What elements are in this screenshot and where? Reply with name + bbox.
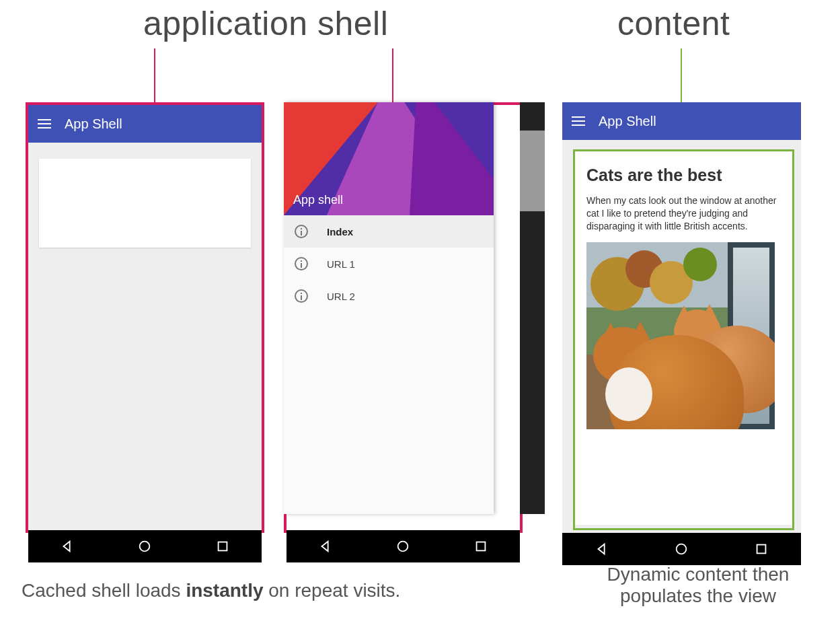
hamburger-icon[interactable] [572, 116, 585, 126]
nav-home-icon[interactable] [395, 539, 410, 554]
svg-rect-5 [757, 545, 765, 554]
drawer-scrim-light [520, 131, 545, 211]
phone-body [28, 143, 262, 530]
svg-point-2 [398, 542, 408, 552]
android-nav-bar [562, 533, 801, 565]
phone-shell-empty: App Shell [26, 102, 264, 533]
connector-shell-left [154, 48, 155, 105]
app-bar: App Shell [28, 105, 262, 143]
app-bar-title: App Shell [599, 114, 656, 129]
nav-recents-icon[interactable] [473, 539, 488, 554]
android-nav-bar [287, 530, 520, 562]
phone-shell-drawer: App shell Index URL 1 URL 2 [284, 102, 523, 533]
svg-point-0 [140, 542, 150, 552]
label-content: content [617, 4, 730, 43]
drawer-item-url2[interactable]: URL 2 [284, 280, 494, 312]
nav-back-icon[interactable] [318, 539, 333, 554]
nav-back-icon[interactable] [60, 539, 75, 554]
caption-shell: Cached shell loads instantly on repeat v… [22, 580, 492, 601]
info-icon [295, 289, 308, 303]
drawer-item-index[interactable]: Index [284, 215, 494, 248]
drawer-item-label: URL 1 [327, 258, 355, 270]
info-icon [295, 225, 308, 238]
app-bar: App Shell [562, 102, 801, 140]
android-nav-bar [28, 530, 262, 562]
phone-content: App Shell Cats are the best When my cats… [562, 102, 801, 533]
hamburger-icon[interactable] [38, 119, 51, 129]
nav-home-icon[interactable] [137, 539, 152, 554]
drawer-item-label: URL 2 [327, 291, 355, 302]
nav-home-icon[interactable] [674, 542, 689, 556]
drawer-item-url1[interactable]: URL 1 [284, 248, 494, 280]
svg-rect-3 [477, 542, 486, 551]
label-application-shell: application shell [143, 4, 388, 43]
empty-placeholder-card [39, 159, 251, 248]
nav-recents-icon[interactable] [754, 542, 769, 556]
nav-drawer: App shell Index URL 1 URL 2 [284, 102, 494, 514]
caption-content: Dynamic content then populates the view [564, 564, 833, 607]
app-bar-title: App Shell [65, 116, 122, 132]
drawer-item-label: Index [327, 226, 353, 238]
drawer-header: App shell [284, 102, 494, 215]
connector-shell-right [392, 48, 393, 105]
nav-back-icon[interactable] [595, 542, 609, 556]
content-highlight-outline [573, 149, 794, 530]
drawer-header-title: App shell [293, 193, 343, 207]
nav-recents-icon[interactable] [215, 539, 230, 554]
svg-rect-1 [219, 542, 227, 551]
svg-point-4 [677, 544, 687, 554]
info-icon [295, 257, 308, 270]
